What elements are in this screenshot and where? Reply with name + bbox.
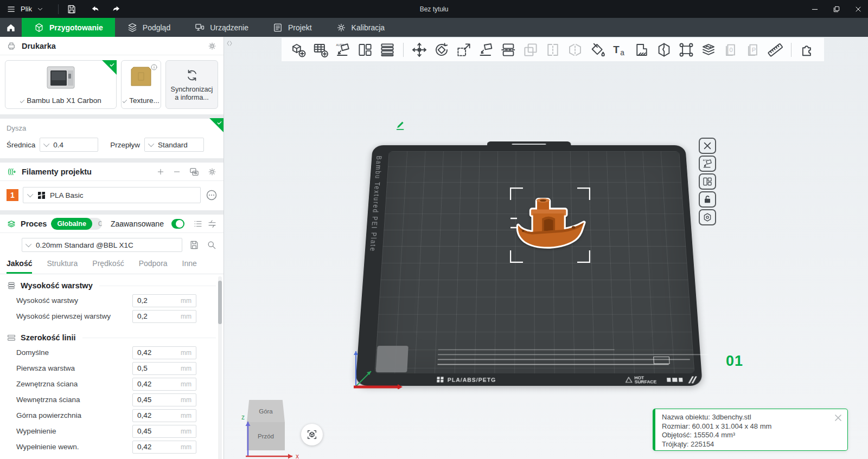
setting-label: Domyślne — [16, 348, 49, 357]
setting-input[interactable]: 0,45mm — [132, 425, 196, 438]
process-tab-jakość[interactable]: Jakość — [7, 259, 32, 274]
info-icon[interactable] — [150, 63, 158, 71]
tab-projekt[interactable]: Projekt — [260, 18, 324, 37]
cut-button[interactable] — [500, 42, 516, 58]
scale-button[interactable] — [456, 42, 472, 58]
setting-input[interactable]: 0,42mm — [132, 441, 196, 454]
setting-unit: mm — [181, 443, 192, 451]
setting-value: 0,2 — [137, 312, 148, 320]
add-plate-button[interactable] — [312, 42, 329, 58]
fixture-button[interactable] — [678, 42, 694, 58]
setting-input[interactable]: 0,42mm — [132, 409, 196, 422]
plate-auto-orient-button[interactable]: AUTO — [699, 156, 716, 172]
object-size: Rozmiar: 60.001 x 31.004 x 48 mm — [662, 422, 831, 431]
setting-input[interactable]: 0,2mm — [132, 310, 196, 323]
setting-input[interactable]: 0,45mm — [132, 393, 196, 406]
home-button[interactable] — [0, 18, 22, 37]
model-3dbenchy[interactable] — [512, 195, 587, 256]
file-menu[interactable]: Plik — [0, 0, 50, 18]
process-tab-prędkość[interactable]: Prędkość — [92, 259, 124, 274]
printer-settings-gear-icon[interactable] — [207, 41, 217, 51]
setting-input[interactable]: 0,42mm — [132, 346, 196, 359]
orientation-cube[interactable]: Góra Przód — [247, 400, 285, 450]
nozzle-diameter-label: Średnica — [7, 141, 35, 149]
plate-type-card[interactable]: Texture... — [121, 60, 161, 109]
plate-hex-settings-button[interactable] — [699, 209, 716, 225]
tab-przygotowanie[interactable]: Przygotowanie — [22, 18, 115, 37]
project-icon — [272, 22, 283, 33]
printer-card[interactable]: Bambu Lab X1 Carbon — [5, 60, 117, 109]
lay-on-face-button[interactable] — [478, 42, 494, 58]
minimize-button[interactable] — [810, 5, 819, 14]
edit-plate-name-pencil-icon[interactable] — [395, 119, 407, 131]
cube-face-front[interactable]: Przód — [247, 422, 285, 450]
auto-orient-button[interactable]: AUTO — [335, 42, 351, 58]
scope-objects[interactable]: Obiekty — [92, 218, 102, 230]
save-button[interactable] — [66, 4, 77, 15]
setting-input[interactable]: 0,2mm — [132, 294, 196, 307]
redo-button[interactable] — [112, 4, 123, 15]
flow-select[interactable]: Standard — [144, 138, 204, 152]
seam-paint-button[interactable] — [700, 42, 717, 58]
warning-triangle-icon — [625, 377, 632, 383]
nozzle-diameter-select[interactable]: 0.4 — [40, 138, 98, 152]
process-scope-toggle[interactable]: Globalne Obiekty — [51, 218, 102, 230]
plate-delete-all-button[interactable] — [699, 138, 716, 154]
list-view-icon[interactable] — [193, 219, 203, 229]
rotate-button[interactable] — [433, 42, 450, 58]
plate-arrange-button[interactable] — [699, 173, 716, 190]
arrange-button[interactable] — [357, 42, 373, 58]
sidebar-collapse-handle[interactable] — [225, 39, 234, 48]
add-model-button[interactable] — [290, 42, 307, 58]
tab-podgląd[interactable]: Podgląd — [115, 18, 182, 37]
process-preset-select[interactable]: 0.20mm Standard @BBL X1C — [22, 238, 182, 252]
hex-settings-icon — [702, 212, 713, 223]
process-tab-inne[interactable]: Inne — [182, 259, 197, 274]
setting-unit: mm — [181, 365, 192, 372]
filament-slot-badge[interactable]: 1 — [7, 189, 18, 201]
filament-name: PLA Basic — [50, 191, 84, 199]
color-paint-button[interactable] — [589, 42, 605, 58]
viewport-3d[interactable]: AUTOTa0P Bambu Textured PEI Plate PLA/AB… — [224, 37, 868, 459]
process-tab-podpora[interactable]: Podpora — [139, 259, 168, 274]
process-tab-struktura[interactable]: Struktura — [47, 259, 78, 274]
preset-row: 0.20mm Standard @BBL X1C — [0, 233, 224, 256]
filament-settings-gear-icon[interactable] — [207, 167, 217, 177]
tab-kalibracja[interactable]: Kalibracja — [324, 18, 397, 37]
undo-button[interactable] — [89, 4, 100, 15]
variable-layer-height-button[interactable] — [379, 42, 395, 58]
remove-filament-button[interactable] — [173, 167, 181, 176]
measure-button[interactable] — [767, 42, 783, 58]
plate-lock-button[interactable] — [699, 191, 716, 208]
search-settings-icon[interactable] — [206, 240, 217, 250]
setting-input[interactable]: 0,42mm — [132, 378, 196, 391]
svg-text:AUTO: AUTO — [703, 159, 709, 161]
restore-button[interactable] — [832, 5, 841, 14]
advanced-toggle[interactable] — [171, 219, 184, 229]
settings-scrollbar[interactable] — [218, 276, 222, 459]
setting-row: Wypełnienie0,45mm — [0, 423, 224, 439]
text-tool-button[interactable]: Ta — [611, 42, 628, 58]
object-name: Nazwa obiektu: 3dbenchy.stl — [662, 413, 831, 422]
scope-global[interactable]: Globalne — [51, 218, 92, 230]
add-filament-button[interactable] — [156, 167, 165, 176]
filament-more-button[interactable] — [205, 189, 218, 202]
setting-input[interactable]: 0,5mm — [132, 362, 196, 375]
mesh-repair-button[interactable] — [656, 42, 672, 58]
move-button[interactable] — [411, 42, 427, 58]
ams-sync-icon[interactable] — [189, 166, 200, 177]
chevron-down-icon — [148, 141, 154, 147]
support-paint-button[interactable] — [634, 42, 650, 58]
close-button[interactable] — [854, 5, 863, 14]
assembly-button[interactable] — [799, 42, 815, 58]
tune-icon[interactable] — [207, 219, 217, 229]
reset-view-button[interactable] — [301, 424, 323, 445]
save-preset-icon[interactable] — [189, 240, 200, 250]
tab-urządzenie[interactable]: Urządzenie — [182, 18, 260, 37]
close-info-icon[interactable] — [833, 412, 844, 423]
plate-number[interactable]: 01 — [726, 353, 743, 370]
sync-printer-button[interactable]: Synchronizacja informa... — [165, 60, 218, 109]
cube-face-top[interactable]: Góra — [247, 400, 285, 422]
scrollbar-thumb[interactable] — [218, 281, 222, 324]
filament-select[interactable]: PLA Basic — [23, 187, 201, 203]
